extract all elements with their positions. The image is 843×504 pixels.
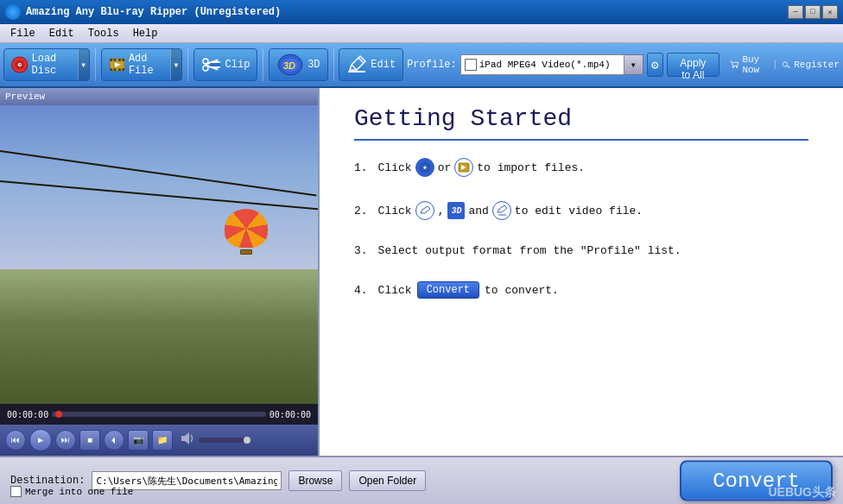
gear-button[interactable]: ⚙	[647, 53, 663, 77]
clip-button[interactable]: Clip	[193, 48, 258, 81]
step-2-mid1: ,	[438, 205, 445, 217]
profile-input[interactable]: iPad MPEG4 Video(*.mp4)	[460, 54, 624, 75]
menu-tools[interactable]: Tools	[81, 26, 126, 41]
edit-icon	[346, 54, 367, 75]
speaker-icon	[180, 431, 195, 446]
step-4-after: to convert.	[485, 284, 559, 297]
open-folder-button[interactable]: Open Folder	[349, 470, 426, 491]
svg-rect-12	[118, 68, 121, 71]
svg-point-29	[783, 62, 787, 66]
profile-checkbox[interactable]	[465, 59, 477, 71]
step-4-content: Click Convert to convert.	[378, 281, 559, 299]
time-end: 00:00:00	[269, 410, 311, 419]
app-icon	[5, 4, 21, 20]
step-2-num: 2.	[354, 205, 368, 217]
rewind-button[interactable]: ⏮	[5, 430, 26, 450]
add-file-dropdown[interactable]: ▼	[170, 48, 181, 81]
clip-label: Clip	[225, 59, 250, 71]
profile-dropdown-button[interactable]: ▼	[624, 54, 643, 75]
register-link[interactable]: Register	[794, 60, 840, 70]
profile-combo: iPad MPEG4 Video(*.mp4) ▼	[460, 54, 643, 75]
add-file-button[interactable]: Add File ▼	[101, 48, 182, 81]
playback-controls: ⏮ ▶ ⏭ ■ ⏴ 📷 📁	[0, 425, 318, 456]
merge-label: Merge into one file	[25, 487, 133, 497]
step-1-mid: or	[438, 161, 452, 174]
separator-4	[333, 48, 334, 81]
separator-3	[263, 48, 263, 81]
step-4-num: 4.	[354, 284, 368, 297]
load-disc-main[interactable]: + Load Disc	[4, 49, 78, 80]
profile-label: Profile:	[407, 59, 457, 71]
balloon-graphic	[225, 209, 268, 261]
menu-help[interactable]: Help	[126, 26, 165, 41]
menu-file[interactable]: File	[3, 26, 42, 41]
step-2-after: to edit video file.	[515, 205, 643, 217]
svg-rect-11	[113, 68, 116, 71]
load-disc-button[interactable]: + Load Disc ▼	[3, 48, 90, 81]
volume-handle	[244, 437, 250, 444]
snapshot-button[interactable]: 📷	[128, 430, 149, 450]
stop-button[interactable]: ■	[79, 430, 100, 450]
time-slider[interactable]	[52, 412, 266, 417]
step-3-num: 3.	[354, 244, 368, 257]
volume-icon	[180, 431, 195, 450]
step-4: 4. Click Convert to convert.	[354, 281, 808, 299]
profile-value: iPad MPEG4 Video(*.mp4)	[479, 60, 611, 70]
merge-checkbox[interactable]	[10, 486, 22, 497]
svg-marker-32	[181, 432, 189, 444]
add-file-main[interactable]: Add File	[102, 49, 170, 80]
menu-edit[interactable]: Edit	[42, 26, 81, 41]
load-disc-label: Load Disc	[32, 53, 71, 77]
preview-panel: Preview 00:00:00 00:00:00 ⏮ ▶	[0, 88, 320, 456]
buy-now-link[interactable]: Buy Now	[742, 54, 769, 75]
step-1-content: Click + or to import files.	[378, 158, 585, 177]
threed-button[interactable]: 3D 3D	[269, 48, 327, 81]
minimize-button[interactable]: ─	[788, 5, 803, 19]
step-1-before: Click	[378, 161, 412, 174]
main-area: Preview 00:00:00 00:00:00 ⏮ ▶	[0, 88, 843, 456]
bottom-bar: Destination: Browse Open Folder Merge in…	[0, 456, 843, 504]
edit-label: Edit	[371, 59, 396, 71]
apply-button[interactable]: Apply to All	[667, 53, 719, 77]
svg-rect-21	[210, 66, 220, 68]
svg-point-28	[736, 66, 738, 68]
svg-point-18	[203, 66, 208, 71]
volume-slider[interactable]	[199, 438, 250, 443]
prev-frame-button[interactable]: ⏴	[104, 430, 124, 450]
toolbar: + Load Disc ▼ Add File ▼	[0, 43, 843, 88]
separator-2	[187, 48, 188, 81]
play-button[interactable]: ▶	[29, 429, 52, 451]
step-3: 3. Select output format from the "Profil…	[354, 244, 808, 257]
playhead	[55, 411, 62, 418]
svg-text:+: +	[423, 166, 426, 171]
window-controls[interactable]: ─ □ ✕	[788, 5, 838, 19]
fast-forward-button[interactable]: ⏭	[55, 430, 76, 450]
convert-inline-button[interactable]: Convert	[417, 281, 479, 299]
load-disc-dropdown[interactable]: ▼	[78, 48, 89, 81]
close-button[interactable]: ✕	[822, 5, 838, 19]
edit-button[interactable]: Edit	[339, 48, 403, 81]
getting-started-title: Getting Started	[354, 105, 808, 141]
preview-video	[0, 105, 318, 404]
maximize-button[interactable]: □	[805, 5, 821, 19]
svg-rect-19	[210, 63, 220, 66]
steps-list: 1. Click + or to import files. 2. C	[354, 158, 808, 299]
svg-rect-26	[348, 71, 365, 72]
film-icon	[109, 53, 125, 77]
svg-rect-13	[122, 68, 124, 71]
step-2-3d-badge: 3D	[447, 202, 465, 219]
getting-started-panel: Getting Started 1. Click + or to import …	[320, 88, 843, 456]
profile-area: Profile: iPad MPEG4 Video(*.mp4) ▼ ⚙ App…	[407, 53, 719, 77]
window-title: Amazing Any Blu-ray Ripper (Unregistered…	[26, 6, 788, 18]
merge-row: Merge into one file	[10, 486, 133, 497]
step-2: 2. Click , 3D and to edit video file.	[354, 201, 808, 220]
folder-button[interactable]: 📁	[152, 430, 173, 450]
key-icon	[782, 58, 791, 72]
svg-rect-7	[113, 59, 116, 61]
preview-label: Preview	[0, 88, 318, 105]
browse-button[interactable]: Browse	[288, 470, 342, 491]
titlebar: Amazing Any Blu-ray Ripper (Unregistered…	[0, 0, 843, 24]
step-2-icon2	[492, 201, 511, 220]
svg-text:3D: 3D	[283, 60, 295, 71]
timeline: 00:00:00 00:00:00	[0, 404, 318, 425]
